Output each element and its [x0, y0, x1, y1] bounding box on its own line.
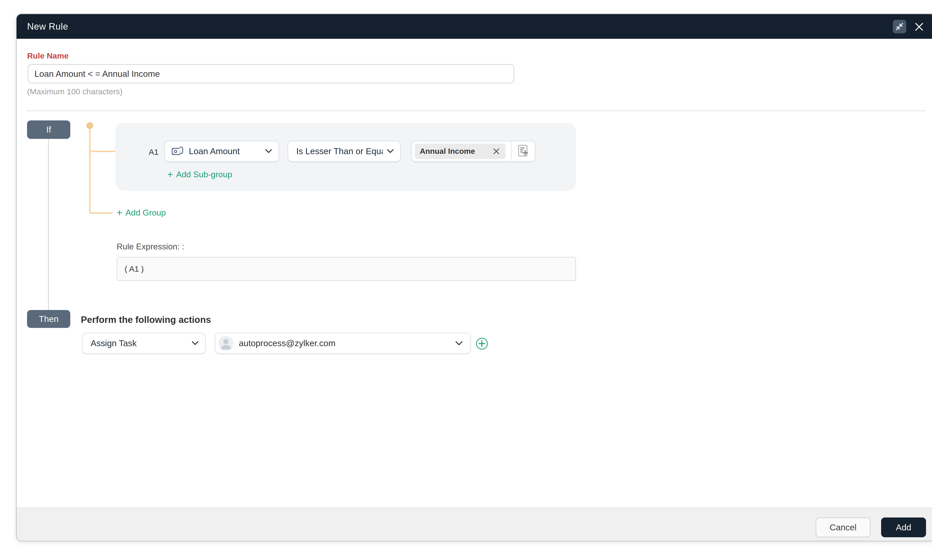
action-type-select[interactable]: Assign Task — [82, 333, 206, 354]
section-divider — [27, 111, 926, 111]
plus-circle-icon — [478, 340, 485, 347]
add-group-label: Add Group — [125, 208, 166, 217]
currency-icon — [171, 146, 184, 156]
group-connector-branch-bottom — [90, 212, 112, 214]
modal-header: New Rule — [17, 14, 932, 39]
page: New Rule Rule Name (Maximum 1 — [0, 0, 932, 560]
chevron-down-icon — [265, 149, 272, 154]
then-badge: Then — [27, 310, 70, 328]
group-connector-dot — [86, 122, 93, 129]
add-action-button[interactable] — [476, 338, 488, 349]
cancel-button[interactable]: Cancel — [816, 517, 870, 537]
group-connector-branch-top — [90, 151, 116, 152]
add-subgroup-link[interactable]: + Add Sub-group — [167, 170, 232, 179]
operator-select-value: Is Lesser Than or Equal ... — [296, 146, 383, 156]
plus-icon: + — [167, 171, 173, 178]
rule-expression-value: ( A1 ) — [125, 265, 144, 274]
value-chip-label: Annual Income — [420, 147, 492, 155]
perform-actions-heading: Perform the following actions — [81, 314, 211, 325]
avatar — [218, 336, 233, 351]
add-button[interactable]: Add — [881, 517, 926, 537]
operator-select[interactable]: Is Lesser Than or Equal ... — [288, 141, 401, 162]
value-chip: Annual Income — [415, 143, 506, 159]
insert-field-icon — [518, 145, 528, 158]
rule-name-label: Rule Name — [27, 51, 69, 60]
value-field[interactable]: Annual Income — [411, 141, 535, 162]
rule-expression-label: Rule Expression: : — [117, 242, 185, 251]
close-button[interactable] — [914, 22, 924, 32]
close-icon — [915, 22, 924, 31]
new-rule-modal: New Rule Rule Name (Maximum 1 — [16, 14, 932, 542]
add-subgroup-label: Add Sub-group — [176, 170, 232, 179]
chevron-down-icon — [387, 149, 394, 154]
field-select-value: Loan Amount — [189, 146, 261, 156]
if-badge: If — [27, 120, 70, 139]
assignee-value: autoprocess@zylker.com — [239, 338, 451, 348]
chevron-down-icon — [455, 341, 463, 346]
rule-name-hint: (Maximum 100 characters) — [27, 87, 123, 96]
remove-chip-icon[interactable] — [492, 147, 500, 155]
rule-expression-box: ( A1 ) — [117, 257, 576, 281]
condition-row-id: A1 — [149, 148, 158, 157]
modal-title: New Rule — [27, 14, 68, 39]
collapse-button[interactable] — [893, 20, 906, 33]
collapse-icon — [895, 23, 903, 31]
add-group-link[interactable]: + Add Group — [117, 208, 166, 217]
insert-field-button[interactable] — [512, 145, 535, 158]
chevron-down-icon — [191, 341, 199, 346]
assignee-select[interactable]: autoprocess@zylker.com — [215, 333, 471, 354]
rule-name-input[interactable] — [28, 64, 514, 83]
plus-icon: + — [117, 209, 123, 217]
modal-footer — [17, 508, 932, 541]
action-type-value: Assign Task — [91, 338, 188, 348]
field-select[interactable]: Loan Amount — [164, 141, 279, 162]
if-then-connector-line — [48, 139, 49, 310]
group-connector-vline — [89, 129, 91, 214]
